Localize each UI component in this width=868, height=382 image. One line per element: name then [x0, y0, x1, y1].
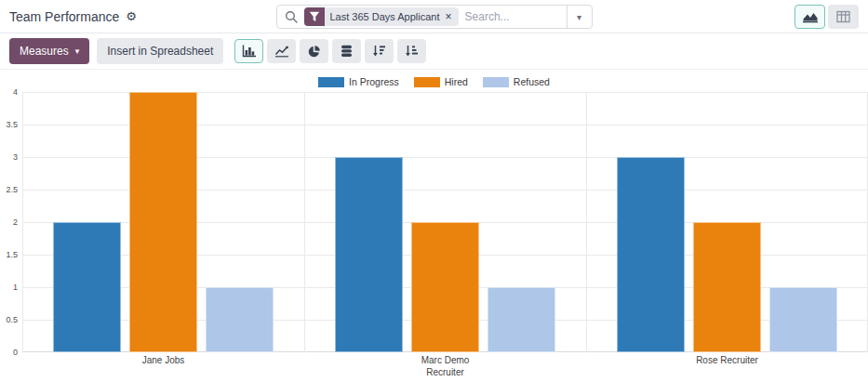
- y-axis: 00.511.522.533.54: [0, 92, 22, 352]
- app-root: Team Performance ⚙ Last 365 Days Applica…: [0, 0, 868, 381]
- graph-view-icon: [802, 10, 819, 23]
- control-panel: Team Performance ⚙ Last 365 Days Applica…: [0, 0, 868, 33]
- pivot-table-icon: [836, 10, 850, 23]
- measures-label: Measures: [20, 45, 69, 58]
- stacked-toggle-button[interactable]: [332, 39, 361, 63]
- chart-body: 00.511.522.533.54: [0, 92, 868, 352]
- bar-in-progress[interactable]: [53, 222, 121, 352]
- legend-item-in-progress[interactable]: In Progress: [318, 76, 399, 87]
- filter-facet-label: Last 365 Days Applicant: [325, 11, 446, 22]
- chart-type-buttons: [234, 39, 426, 63]
- plot-area: [22, 92, 868, 352]
- breadcrumb: Team Performance ⚙: [9, 9, 137, 24]
- y-tick-label: 0.5: [6, 315, 18, 324]
- line-chart-icon: [274, 45, 289, 58]
- measures-button[interactable]: Measures ▾: [9, 38, 89, 64]
- x-axis-label: Marc Demo: [304, 355, 586, 365]
- chevron-down-icon: ▾: [75, 46, 80, 56]
- y-tick-label: 2.5: [6, 185, 18, 194]
- bar-in-progress[interactable]: [335, 157, 403, 352]
- search-input[interactable]: [459, 10, 567, 23]
- sort-descending-button[interactable]: [365, 39, 394, 63]
- bar-group-jane-jobs: [22, 92, 304, 352]
- filter-funnel-icon: [304, 7, 325, 26]
- y-tick-label: 1.5: [6, 250, 18, 259]
- sort-desc-icon: [372, 45, 386, 58]
- sort-asc-icon: [405, 45, 419, 58]
- y-tick-label: 2: [13, 217, 18, 227]
- legend-item-refused[interactable]: Refused: [483, 76, 550, 87]
- page-title: Team Performance: [9, 9, 119, 24]
- y-tick-label: 1: [13, 283, 18, 292]
- legend-label: Hired: [445, 76, 468, 87]
- sort-ascending-button[interactable]: [397, 39, 426, 63]
- bar-in-progress[interactable]: [617, 157, 685, 352]
- legend-swatch: [318, 77, 344, 87]
- x-axis-label: Jane Jobs: [22, 355, 304, 365]
- pie-chart-icon: [307, 45, 321, 59]
- bar-refused[interactable]: [206, 287, 274, 352]
- gear-icon[interactable]: ⚙: [126, 10, 137, 22]
- bar-hired[interactable]: [129, 92, 197, 352]
- stacked-icon: [341, 45, 353, 58]
- chart-legend: In ProgressHiredRefused: [0, 74, 868, 89]
- bar-group-rose-recruiter: [586, 92, 868, 352]
- insert-spreadsheet-button[interactable]: Insert in Spreadsheet: [97, 38, 223, 64]
- legend-item-hired[interactable]: Hired: [414, 76, 468, 87]
- x-axis-title: Recruiter: [22, 367, 868, 381]
- search-icon: [285, 10, 298, 23]
- facet-remove-icon[interactable]: ×: [446, 11, 459, 22]
- legend-label: Refused: [514, 76, 550, 87]
- pivot-view-button[interactable]: [828, 5, 859, 29]
- bar-groups: [22, 92, 868, 352]
- legend-label: In Progress: [349, 76, 399, 87]
- pie-chart-button[interactable]: [300, 39, 328, 63]
- x-axis-labels: Jane JobsMarc DemoRose Recruiter: [22, 352, 868, 367]
- y-tick-label: 3: [13, 152, 18, 162]
- y-tick-label: 0: [13, 348, 18, 357]
- x-axis-label: Rose Recruiter: [586, 355, 868, 365]
- bar-hired[interactable]: [411, 222, 479, 352]
- graph-view-button[interactable]: [795, 5, 825, 29]
- bar-group-marc-demo: [304, 92, 586, 352]
- search-dropdown-toggle[interactable]: ▾: [567, 6, 592, 28]
- bar-hired[interactable]: [693, 222, 761, 352]
- legend-swatch: [414, 77, 440, 87]
- graph-view: In ProgressHiredRefused 00.511.522.533.5…: [0, 70, 868, 381]
- bar-chart-icon: [242, 45, 257, 58]
- toolbar: Measures ▾ Insert in Spreadsheet: [0, 33, 868, 70]
- line-chart-button[interactable]: [267, 39, 296, 63]
- y-tick-label: 3.5: [6, 120, 18, 129]
- legend-swatch: [483, 77, 509, 87]
- bar-chart-button[interactable]: [234, 39, 263, 63]
- bar-refused[interactable]: [769, 287, 837, 352]
- bar-refused[interactable]: [487, 287, 555, 352]
- filter-facet[interactable]: Last 365 Days Applicant ×: [304, 7, 459, 26]
- view-switcher: [795, 5, 859, 29]
- y-tick-label: 4: [13, 87, 18, 97]
- search-bar: Last 365 Days Applicant × ▾: [276, 5, 593, 29]
